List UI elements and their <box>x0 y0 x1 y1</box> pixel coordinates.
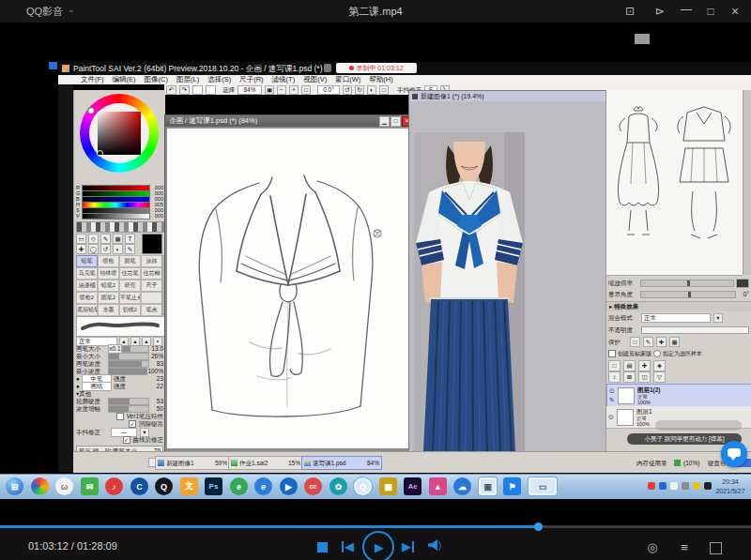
qq-icon[interactable]: Q <box>155 477 173 495</box>
music-app-icon[interactable]: ♪ <box>105 477 123 495</box>
new-folder-icon[interactable]: ▤ <box>623 360 636 371</box>
layer-order-icon[interactable]: ↕ <box>608 371 621 383</box>
brush-item[interactable]: 底层铅笔 <box>76 304 98 316</box>
stop-button[interactable] <box>317 542 328 552</box>
swatch-slot-2[interactable] <box>206 85 216 95</box>
green-browser-icon[interactable]: e <box>230 477 248 495</box>
circle-browser-icon[interactable] <box>31 477 49 495</box>
tray-icon-white[interactable] <box>670 482 678 490</box>
tray-icon-gray[interactable] <box>682 482 689 490</box>
layer-thumbnail[interactable] <box>618 387 635 404</box>
video-area[interactable]: PaintTool SAI Ver.2 (64bit) Preview.2018… <box>0 23 751 499</box>
menu-edit[interactable]: 编辑(E) <box>113 75 136 84</box>
canvas-window[interactable]: 企画 / 速写课1.psd (*) (84%) ▁ □ × <box>164 114 415 452</box>
maximize-icon[interactable]: □ <box>700 5 721 18</box>
pinwheel-app-icon[interactable]: ✿ <box>330 477 347 495</box>
close-icon[interactable]: × <box>725 4 745 19</box>
zoom-out-button[interactable]: − <box>277 85 286 95</box>
screenshot-icon[interactable]: ⊡ <box>620 5 640 18</box>
thumbnail-scrollbar[interactable] <box>743 90 751 275</box>
size-slider[interactable] <box>122 345 149 353</box>
zoom-tool-icon[interactable]: ◯ <box>88 244 99 254</box>
triangle-app-icon[interactable]: ▲ <box>429 477 447 495</box>
qq-active-icon[interactable]: Q <box>354 477 372 495</box>
playlist-icon[interactable]: ≡ <box>674 540 695 554</box>
layer-item-selected[interactable]: ⊙ ✎ 图层1(2) 正常 100% <box>606 384 751 407</box>
photoshop-icon[interactable]: Ps <box>205 477 222 495</box>
protect-transparent-icon[interactable]: □ <box>630 337 640 347</box>
menu-select[interactable]: 选择(S) <box>207 75 231 84</box>
reference-window-titlebar[interactable]: 新建图像1 (*) (19.4%) <box>409 91 606 101</box>
doc-tab-active[interactable]: 速写课1.psd 84% <box>301 456 382 470</box>
menu-layer[interactable]: 图层(L) <box>176 75 199 84</box>
brush-item[interactable]: 特殊喷 <box>98 267 119 280</box>
yellow-app-icon[interactable]: ▦ <box>379 477 397 495</box>
clip-checkbox[interactable] <box>608 350 616 357</box>
view-angle-slider[interactable] <box>640 291 736 298</box>
sai-titlebar[interactable]: PaintTool SAI Ver.2 (64bit) Preview.2018… <box>58 62 751 75</box>
edge-slider[interactable] <box>108 398 149 405</box>
canvas-window-titlebar[interactable]: 企画 / 速写课1.psd (*) (84%) ▁ □ × <box>165 115 414 127</box>
progress-knob[interactable] <box>534 522 543 531</box>
brush-item[interactable]: 佳芯糊 <box>141 267 162 280</box>
current-color-swatch[interactable] <box>142 234 162 254</box>
pet-app-icon[interactable]: ω <box>55 477 73 495</box>
ver1-checkbox[interactable] <box>116 413 124 420</box>
brush-item[interactable]: 尺子 <box>141 280 162 292</box>
menu-file[interactable]: 文件(F) <box>81 75 104 84</box>
active-window-icon[interactable]: ▣ <box>479 477 497 495</box>
delete-layer-icon[interactable]: ▽ <box>653 371 666 383</box>
menu-image[interactable]: 图像(C) <box>145 75 168 84</box>
brush-item[interactable]: 切线2 <box>119 304 141 316</box>
rotate-cw-button[interactable]: ↻ <box>355 85 364 95</box>
doc-tab[interactable]: 新建图像1 59% <box>155 456 230 470</box>
brush-item[interactable]: 马克笔 <box>76 267 98 280</box>
sai-preview-icon[interactable]: ▭ <box>529 477 557 495</box>
angle-reset-button[interactable]: □ <box>379 85 389 95</box>
new-layer-icon[interactable]: □ <box>608 360 621 371</box>
hand-tool-icon[interactable]: ◐ <box>113 244 123 254</box>
brush-item[interactable]: 圆笔 <box>119 255 141 267</box>
minimize-icon[interactable]: — <box>676 3 697 16</box>
brush-item[interactable] <box>141 292 162 304</box>
color-wheel[interactable] <box>80 94 159 173</box>
sketch-thumbnails[interactable] <box>606 90 743 276</box>
density-slider[interactable] <box>108 360 149 368</box>
rotate-tool-icon[interactable]: ↺ <box>100 244 111 254</box>
progress-track[interactable] <box>0 525 751 528</box>
bird-app-icon[interactable]: ⚑ <box>503 477 521 495</box>
brush-item[interactable]: 研究 <box>119 280 141 292</box>
tray-icon-yellow[interactable] <box>693 482 700 490</box>
zoom-fit-button[interactable]: ▣ <box>265 85 274 95</box>
flip-button[interactable]: ◐ <box>367 85 376 95</box>
sample-radio[interactable] <box>653 350 661 357</box>
rotate-ccw-button[interactable]: ↺ <box>343 85 352 95</box>
tray-icon-red[interactable] <box>648 482 655 490</box>
brush-item[interactable]: 铅笔 <box>76 255 98 267</box>
protect-all-icon[interactable]: ▦ <box>669 337 680 347</box>
wechat-icon[interactable]: ✉ <box>81 477 99 495</box>
media-player-icon[interactable]: ▶ <box>280 477 298 495</box>
menu-view[interactable]: 视图(V) <box>303 75 327 84</box>
system-tray[interactable] <box>644 482 712 490</box>
fullscreen-icon[interactable] <box>710 542 722 554</box>
protect-move-icon[interactable]: ✚ <box>656 337 667 347</box>
taskbar-clock[interactable]: 20:34 2021/5/27 <box>712 477 749 496</box>
blend-select[interactable]: 正常 <box>641 313 711 323</box>
stab-select[interactable]: — <box>111 428 137 437</box>
menu-filter[interactable]: 滤镜(T) <box>272 75 296 84</box>
zoom-ratio-box[interactable] <box>736 279 749 288</box>
popout-play-icon[interactable]: ⊳ <box>650 5 670 18</box>
doc-tab[interactable]: 作业1.sai2 15% <box>228 456 303 470</box>
blend-caret-icon[interactable]: ▾ <box>713 313 723 323</box>
docs-app-icon[interactable]: 文 <box>180 477 198 495</box>
cloud-drive-icon[interactable]: ☁ <box>453 477 471 495</box>
swatch-strip[interactable] <box>76 221 165 233</box>
stab-button[interactable]: ▾ <box>140 428 149 437</box>
play-button[interactable]: ▶ <box>362 531 394 560</box>
opacity-slider[interactable] <box>641 326 749 334</box>
brush-item[interactable]: 佳芯笔 <box>119 267 141 280</box>
gain-slider[interactable] <box>108 405 149 413</box>
pen-tool-icon[interactable]: ✎ <box>100 234 111 244</box>
protect-draw-icon[interactable]: ✎ <box>643 337 653 347</box>
